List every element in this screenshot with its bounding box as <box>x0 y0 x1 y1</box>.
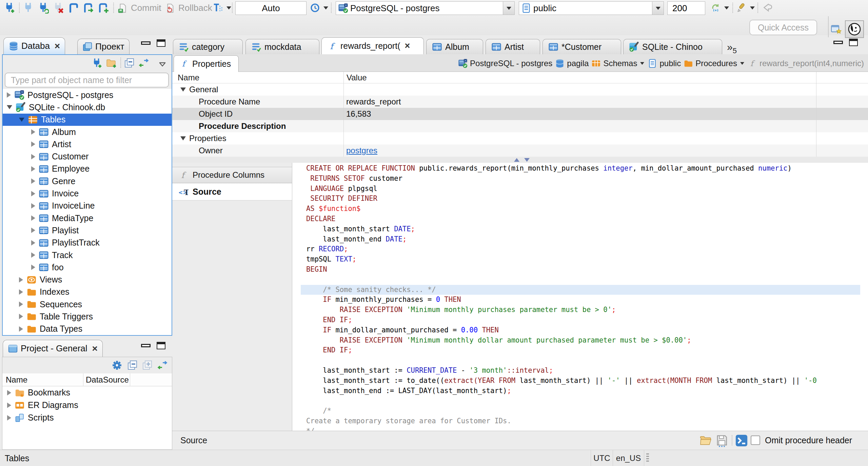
editor-tab-mockdata[interactable]: mockdata <box>245 39 319 54</box>
tab-source[interactable]: <>T Source <box>172 183 292 200</box>
editor-tab-category[interactable]: category <box>173 39 243 54</box>
object-filter-input[interactable] <box>5 73 169 88</box>
schema-dropdown-button[interactable] <box>652 2 664 15</box>
link-with-editor-icon[interactable] <box>157 360 168 371</box>
breadcrumb-public[interactable]: public <box>648 59 681 68</box>
breadcrumb-pagila[interactable]: pagila <box>555 59 589 68</box>
tree-item-track[interactable]: Track <box>3 249 172 261</box>
expand-icon[interactable] <box>31 166 35 172</box>
close-icon[interactable]: × <box>55 41 60 52</box>
disconnect-icon[interactable] <box>52 2 64 14</box>
expand-icon[interactable] <box>31 228 35 233</box>
tree-item-data-types[interactable]: Data Types <box>3 323 172 335</box>
breadcrumb-postgresql-postgres[interactable]: PostgreSQL - postgres <box>458 59 552 68</box>
expand-icon[interactable] <box>7 390 11 395</box>
expand-icon[interactable] <box>19 277 23 283</box>
property-row-general[interactable]: General <box>172 83 868 96</box>
omit-procedure-header-checkbox[interactable] <box>751 435 760 445</box>
tree-item-employee[interactable]: Employee <box>3 163 172 175</box>
column-name[interactable]: Name <box>2 375 27 385</box>
connection-dropdown-button[interactable] <box>503 2 514 15</box>
generate-sql-button[interactable] <box>736 3 755 13</box>
expand-icon[interactable] <box>19 326 23 332</box>
tab-database-navigator[interactable]: Databa × <box>3 37 65 54</box>
breadcrumb-rewards-report-int4-numeric[interactable]: frewards_report(int4,numeric) <box>748 59 864 68</box>
property-row-owner[interactable]: Ownerpostgres <box>172 144 868 157</box>
persist-console-icon[interactable] <box>735 434 748 447</box>
new-connection-icon[interactable] <box>91 58 102 69</box>
collapse-icon[interactable] <box>180 136 186 140</box>
transaction-mode-button[interactable] <box>213 3 231 13</box>
expand-icon[interactable] <box>31 203 35 209</box>
close-icon[interactable]: × <box>92 343 98 354</box>
minimize-icon[interactable] <box>141 41 151 45</box>
tree-item-artist[interactable]: Artist <box>3 138 172 150</box>
splitter[interactable] <box>172 157 868 163</box>
refresh-button[interactable] <box>711 3 729 13</box>
collapse-icon[interactable] <box>180 88 186 92</box>
editor-tab-album[interactable]: Album <box>426 39 483 54</box>
expand-icon[interactable] <box>19 314 23 319</box>
tab-project-general[interactable]: Project - General × <box>3 340 103 357</box>
open-perspective-icon[interactable] <box>831 24 842 35</box>
collapse-icon[interactable] <box>7 105 12 109</box>
link-with-editor-icon[interactable] <box>138 58 149 69</box>
tree-item-sequences[interactable]: Sequences <box>3 298 172 310</box>
quick-access-input[interactable]: Quick Access <box>749 20 817 35</box>
property-row-procedure-description[interactable]: Procedure Description <box>172 120 868 132</box>
fetch-size-input[interactable] <box>667 1 705 15</box>
save-to-file-icon[interactable] <box>715 434 728 447</box>
property-row-properties[interactable]: Properties <box>172 132 868 144</box>
reconnect-icon[interactable] <box>37 2 49 14</box>
breadcrumb-procedures[interactable]: Procedures <box>684 59 745 68</box>
expand-icon[interactable] <box>19 289 23 295</box>
load-from-file-icon[interactable] <box>699 434 712 447</box>
tree-item-views[interactable]: Views <box>3 273 172 286</box>
minimize-icon[interactable] <box>141 344 151 347</box>
expand-icon[interactable] <box>31 178 35 184</box>
tree-item-invoiceline[interactable]: InvoiceLine <box>3 200 172 212</box>
tree-item-table-triggers[interactable]: Table Triggers <box>3 310 172 323</box>
timezone-indicator[interactable]: UTC <box>591 450 613 466</box>
tree-item-genre[interactable]: Genre <box>3 175 172 187</box>
rollback-button[interactable]: Rollback <box>165 3 212 13</box>
expand-icon[interactable] <box>31 252 35 258</box>
tab-overflow-indicator[interactable]: »5 <box>727 41 737 53</box>
collapse-icon[interactable] <box>19 118 24 122</box>
close-icon[interactable]: × <box>405 41 410 51</box>
commit-button[interactable]: Commit <box>117 3 161 13</box>
expand-icon[interactable] <box>31 141 35 147</box>
expand-icon[interactable] <box>31 191 35 196</box>
property-row-procedure-name[interactable]: Procedure Namerewards_report <box>172 96 868 108</box>
locale-indicator[interactable]: en_US <box>613 450 644 466</box>
new-folder-icon[interactable] <box>106 58 117 69</box>
property-row-object-id[interactable]: Object ID16,583 <box>172 108 868 120</box>
project-item-bookmarks[interactable]: Bookmarks <box>2 386 172 399</box>
maximize-icon[interactable] <box>157 39 165 47</box>
expand-icon[interactable] <box>19 302 23 307</box>
commit-mode-combo[interactable]: Auto <box>235 1 307 15</box>
tab-projects[interactable]: Проект <box>77 39 130 54</box>
breadcrumb-schemas[interactable]: Schemas <box>591 59 645 68</box>
editor-tab-sqlite-chinoo[interactable]: SQLite - Chinoo <box>623 39 722 54</box>
expand-icon[interactable] <box>7 403 11 408</box>
sql-editor-icon[interactable] <box>68 2 79 14</box>
chevron-down-icon[interactable] <box>640 62 644 65</box>
expand-icon[interactable] <box>31 154 35 159</box>
tree-item-tables[interactable]: Tables <box>3 114 172 126</box>
schema-combo[interactable]: public <box>519 1 664 15</box>
tree-item-customer[interactable]: Customer <box>3 150 172 162</box>
expand-icon[interactable] <box>31 215 35 221</box>
tree-item-playlisttrack[interactable]: PlaylistTrack <box>3 237 172 249</box>
new-sql-script-icon[interactable] <box>98 2 109 14</box>
owner-link[interactable]: postgres <box>346 146 377 155</box>
new-connection-icon[interactable] <box>3 2 15 14</box>
drag-grip[interactable] <box>646 453 649 463</box>
tab-properties[interactable]: f Properties <box>174 55 239 72</box>
maximize-icon[interactable] <box>157 342 165 349</box>
tree-item-album[interactable]: Album <box>3 126 172 138</box>
gear-icon[interactable] <box>112 360 122 371</box>
tree-item-foo[interactable]: foo <box>3 261 172 273</box>
column-name[interactable]: Name <box>178 73 199 82</box>
tree-item-invoice[interactable]: Invoice <box>3 187 172 199</box>
